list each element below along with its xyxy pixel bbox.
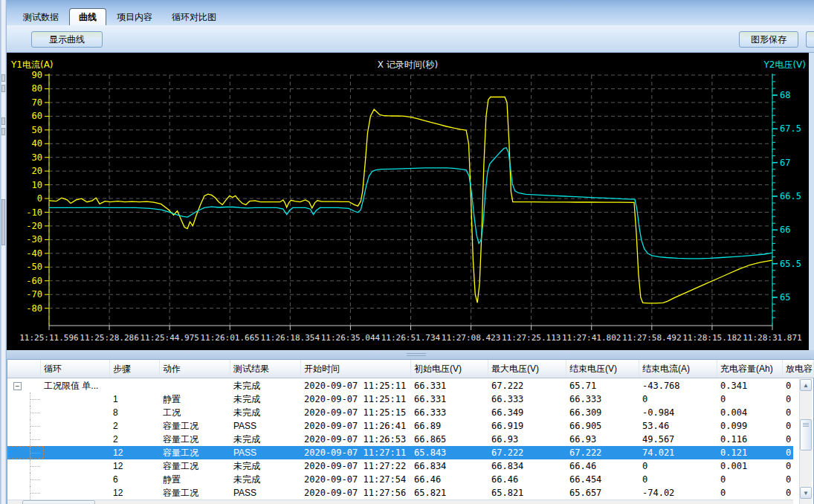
cell-cycle: 工况限值 单...	[41, 379, 110, 392]
y1-tick-label: 10	[32, 180, 42, 190]
cell-v_max: 66.349	[488, 406, 566, 419]
cell-v_max: 66.834	[488, 459, 566, 473]
table-row[interactable]: 12容量工况未完成2020-09-07 11:27:2266.83466.834…	[7, 459, 793, 473]
y1-tick-label: 0	[37, 193, 42, 204]
splitter-grip-icon	[407, 353, 426, 354]
y1-tick-label: -20	[26, 221, 42, 231]
vertical-scroll-thumb[interactable]	[800, 419, 812, 450]
y2-tick-label: 65.5	[780, 259, 801, 269]
horizontal-scroll-thumb[interactable]	[22, 500, 95, 504]
y1-tick-label: 80	[32, 83, 42, 94]
table-vertical-scrollbar[interactable]: ▲ ▼	[799, 379, 812, 504]
left-panel-scroll-thumb[interactable]	[1, 199, 5, 245]
tab-cycle-comparison[interactable]: 循环对比图	[163, 9, 225, 25]
cell-start: 2020-09-07 11:27:56	[301, 486, 411, 500]
table-row[interactable]: −工况限值 单...未完成2020-09-07 11:25:1166.33167…	[7, 379, 793, 392]
x-tick-label: 11:26:18.354	[261, 333, 320, 343]
show-curve-button[interactable]: 显示曲线	[31, 31, 103, 48]
tree-collapse-icon[interactable]: −	[13, 382, 22, 390]
column-header-3[interactable]: 动作	[160, 360, 230, 378]
cell-start: 2020-09-07 11:25:11	[301, 392, 411, 406]
table-header-row: 循环步骤动作测试结果开始时间初始电压(V)最大电压(V)结束电压(V)结束电流(…	[7, 360, 813, 378]
column-header-0[interactable]	[9, 360, 41, 378]
left-panel-item	[1, 74, 5, 82]
cell-result: PASS	[230, 419, 301, 433]
cell-dchg_cap: 0	[783, 419, 793, 433]
cell-i_end: -0.984	[639, 406, 717, 419]
curve-settings-button-partial[interactable]: 曲	[806, 31, 814, 48]
tab-test-data[interactable]: 测试数据	[14, 9, 68, 25]
tree-line	[30, 413, 40, 413]
scroll-up-icon[interactable]: ▲	[800, 379, 812, 391]
column-header-8[interactable]: 结束电压(V)	[566, 360, 639, 378]
tab-project-content[interactable]: 项目内容	[108, 9, 161, 25]
cell-dchg_cap: 0	[783, 473, 793, 486]
x-tick-label: 11:26:51.734	[381, 333, 441, 343]
chart-panel[interactable]: Y1电流(A) X 记录时间(秒) Y2电压(V) 11:25:11.59611…	[7, 53, 809, 350]
focus-rectangle	[8, 446, 44, 459]
column-header-4[interactable]: 测试结果	[230, 360, 301, 378]
cell-cycle	[41, 406, 110, 419]
toolbar: 显示曲线 图形保存 曲	[7, 25, 814, 53]
cell-step: 8	[110, 406, 160, 419]
cell-v_init: 66.89	[411, 419, 488, 433]
curve-chart: 11:25:11.59611:25:28.28611:25:44.97511:2…	[7, 53, 809, 350]
cell-chg_cap: 0	[717, 486, 783, 500]
y2-tick-label: 66	[780, 224, 790, 235]
column-header-2[interactable]: 步骤	[110, 360, 160, 378]
cell-start: 2020-09-07 11:25:11	[301, 379, 411, 392]
table-horizontal-scrollbar[interactable]	[7, 500, 793, 504]
cell-v_end: 66.333	[566, 392, 639, 406]
tab-curve[interactable]: 曲线	[69, 8, 106, 25]
x-tick-label: 11:26:01.665	[201, 333, 259, 343]
table-row[interactable]: 2容量工况PASS2020-09-07 11:26:4166.8966.9196…	[7, 419, 793, 433]
cell-dchg_cap: 0	[783, 459, 793, 473]
cell-v_init: 66.333	[411, 406, 488, 419]
cell-chg_cap: 0.099	[717, 419, 783, 433]
cell-i_end: 53.46	[639, 419, 717, 433]
column-header-7[interactable]: 最大电压(V)	[488, 360, 566, 378]
y2-axis-title: Y2电压(V)	[763, 59, 806, 71]
cell-result: 未完成	[230, 392, 301, 406]
column-header-1[interactable]: 循环	[41, 360, 110, 378]
cell-v_max: 65.821	[488, 486, 566, 500]
column-header-10[interactable]: 充电容量(Ah)	[717, 360, 783, 378]
cell-action: 静置	[160, 392, 230, 406]
table-row[interactable]: 12容量工况PASS2020-09-07 11:27:1165.84367.22…	[7, 446, 793, 459]
column-header-6[interactable]: 初始电压(V)	[411, 360, 488, 378]
cell-result: 未完成	[230, 406, 301, 419]
cell-v_end: 65.657	[566, 486, 639, 500]
x-tick-label: 11:26:35.044	[321, 333, 381, 343]
cell-chg_cap: 0.121	[717, 446, 783, 459]
column-header-5[interactable]: 开始时间	[301, 360, 411, 378]
cell-start: 2020-09-07 11:27:11	[301, 446, 411, 459]
cell-i_end: 0	[639, 473, 717, 486]
cell-action: 容量工况	[160, 459, 230, 473]
table-row[interactable]: 1静置未完成2020-09-07 11:25:1166.33166.33366.…	[7, 392, 793, 406]
scroll-down-icon[interactable]: ▼	[800, 487, 812, 499]
table-row[interactable]: 6静置未完成2020-09-07 11:27:5466.4666.4666.45…	[7, 473, 793, 486]
x-tick-label: 11:27:58.492	[622, 333, 681, 343]
table-body: −工况限值 单...未完成2020-09-07 11:25:1166.33167…	[7, 379, 793, 504]
column-header-11[interactable]: 放电容	[783, 360, 814, 378]
cell-chg_cap: 0.001	[717, 459, 783, 473]
cell-v_end: 67.222	[566, 446, 639, 459]
tree-line	[30, 426, 40, 427]
column-header-9[interactable]: 结束电流(A)	[639, 360, 717, 378]
cell-start: 2020-09-07 11:27:54	[301, 473, 411, 486]
cell-v_end: 65.71	[566, 379, 639, 392]
chart-table-splitter[interactable]	[7, 350, 814, 359]
y1-tick-label: -60	[26, 276, 42, 286]
cell-cycle	[41, 392, 110, 406]
save-graph-button[interactable]: 图形保存	[739, 31, 798, 48]
table-row[interactable]: 8工况未完成2020-09-07 11:25:1566.33366.34966.…	[7, 406, 793, 419]
table-row[interactable]: 12容量工况PASS2020-09-07 11:27:5665.82165.82…	[7, 486, 793, 500]
x-tick-label: 11:27:25.113	[502, 333, 561, 343]
left-panel-item	[1, 117, 5, 125]
y1-tick-label: 20	[32, 166, 42, 176]
cell-dchg_cap: 0	[783, 433, 793, 446]
cell-v_init: 66.865	[411, 433, 488, 446]
table-row[interactable]: 2容量工况未完成2020-09-07 11:26:5366.86566.9366…	[7, 433, 793, 446]
cell-result: 未完成	[230, 473, 301, 486]
cell-result: 未完成	[230, 459, 301, 473]
